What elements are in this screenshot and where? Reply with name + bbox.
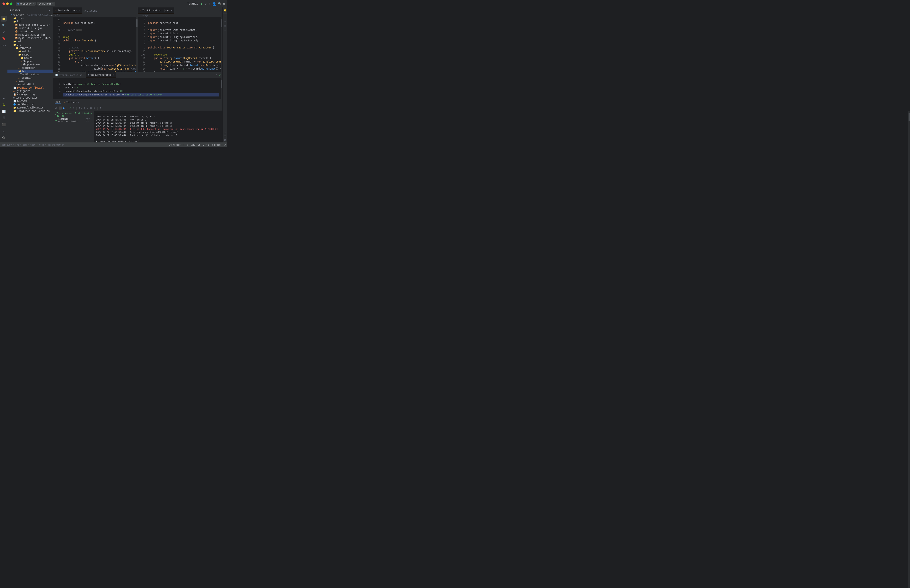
run-tree-testmain[interactable]: ▾✓ TestMain (com.test.test) 407 ms	[54, 117, 94, 123]
tree-item-test-folder[interactable]: ▾ 📁 test	[8, 69, 53, 73]
database-icon[interactable]: 🗄	[1, 115, 6, 121]
tree-item-mapper[interactable]: ▾ 📁 mapper	[8, 53, 53, 56]
fullscreen-button[interactable]	[10, 3, 13, 5]
tree-item-entity[interactable]: ▸ 📁 entity	[8, 50, 53, 53]
collapse-all-icon[interactable]: ⊟	[93, 106, 96, 110]
minimize-button[interactable]	[6, 3, 9, 5]
more-actions[interactable]: ⋮	[208, 2, 211, 5]
test-pass-icon[interactable]: ✓	[69, 106, 71, 110]
run-tab[interactable]: Run	[55, 101, 61, 104]
branch-switcher[interactable]: ⎇ master ▾	[37, 2, 55, 6]
git-branch-status[interactable]: ⎇ master	[169, 144, 180, 146]
bottom-tab-actions[interactable]: ⋮	[213, 74, 219, 77]
tree-item-lombok[interactable]: 📦 lombok.jar	[8, 30, 53, 33]
expand-icon[interactable]: ⤢	[224, 144, 226, 146]
settings-run-icon[interactable]: ⚙	[99, 106, 102, 110]
tree-item-main[interactable]: ☕ Main	[8, 79, 53, 83]
tree-item-out[interactable]: ▸ 📁 out	[8, 40, 53, 43]
tree-item-shopper[interactable]: ☕ Shopper	[8, 60, 53, 63]
project-switcher[interactable]: W WebStudy ▾	[16, 2, 36, 6]
stop-button[interactable]: ⬛	[58, 106, 62, 110]
test-fail-icon[interactable]: ✗	[72, 106, 75, 110]
resume-button[interactable]: ▶	[63, 106, 65, 110]
problems-sidebar-icon[interactable]: ⚠	[223, 19, 227, 23]
sidebar-toggle[interactable]: ☰	[1, 9, 6, 15]
tree-item-mylogger[interactable]: 📋 myLogger.log	[8, 93, 53, 96]
down-nav-icon[interactable]: ▼	[223, 134, 227, 138]
tree-item-lib[interactable]: ▾ 📁 lib	[8, 20, 53, 23]
left-code-content[interactable]: package com.test.test; ▸ import ... @Log…	[62, 17, 136, 72]
debug-button[interactable]: ⚙	[205, 2, 206, 5]
problems-icon[interactable]: ⚠	[1, 128, 6, 134]
tree-item-comtest[interactable]: ▾ 📁 com.test	[8, 46, 53, 50]
tree-item-webstudy[interactable]: ▾ W WebStudy ~/Desktop/CS/JavaEE/1_JavaW…	[8, 13, 53, 16]
structure-icon[interactable]: ≡	[223, 28, 227, 32]
profiler-icon[interactable]: 📊	[1, 108, 6, 114]
settings-icon[interactable]: ⚙	[223, 2, 225, 5]
trash-icon[interactable]: 🗑	[223, 138, 227, 142]
tree-item-webstudy-iml[interactable]: 🔷 WebStudy.iml	[8, 103, 53, 106]
bottom-scrollbar[interactable]	[221, 78, 222, 99]
tab-close-testmain[interactable]: ✕	[79, 9, 80, 11]
line-col-display[interactable]: 15:2	[191, 144, 196, 146]
plugins-icon[interactable]: 🔌	[1, 135, 6, 141]
right-tab-actions[interactable]: ⋮	[194, 9, 200, 12]
project-view-icon[interactable]: 📁	[1, 16, 6, 21]
tree-item-hamcrest[interactable]: 📦 hamcrest-core-1.1.jar	[8, 23, 53, 26]
tree-item-testformatter[interactable]: ☕ TestFormatter	[8, 73, 53, 76]
bottom-code-content[interactable]: handlers= java.util.logging.ConsoleHandl…	[62, 78, 221, 99]
tree-item-mybatis-jar[interactable]: 📦 mybatis-3.5.13.jar	[8, 33, 53, 36]
terminal-icon[interactable]: ⬛	[1, 122, 6, 128]
tree-item-testprop[interactable]: ⚙ test.properties	[8, 96, 53, 99]
left-tab-actions[interactable]: ⋮	[132, 9, 138, 12]
right-code-content[interactable]: package com.test.test; import java.text.…	[147, 17, 221, 72]
search-icon[interactable]: 🔍	[218, 2, 221, 5]
tree-item-mysql-jar[interactable]: 📦 mysql-connector-j-8.2.0.jar	[8, 36, 53, 40]
tab-mybatis-xml[interactable]: 📄 mybatis-config.xml	[53, 72, 86, 78]
tree-item-idea[interactable]: ▸ 📁 .idea	[8, 16, 53, 20]
tab-close-testformatter[interactable]: ✕	[171, 9, 172, 11]
prev-fail-icon[interactable]: ↑	[83, 106, 86, 110]
indent-display[interactable]: 4 spaces	[212, 144, 221, 146]
git-icon[interactable]: ⎇	[223, 15, 227, 18]
expand-all-icon[interactable]: ⊞	[90, 106, 92, 110]
tree-item-src[interactable]: ▾ 📁 src	[8, 43, 53, 46]
tab-student[interactable]: ⊞ student	[82, 8, 99, 14]
tree-item-gitignore[interactable]: ⊖ .gitignore	[8, 89, 53, 93]
close-button[interactable]	[3, 3, 5, 5]
tab-test-properties[interactable]: ⚙ test.properties ✕	[86, 72, 116, 78]
checkmark-icon[interactable]: ✓	[219, 9, 221, 12]
tree-item-proxy[interactable]: ▾ 📁 proxy	[8, 56, 53, 60]
left-scrollbar[interactable]	[136, 17, 138, 72]
search-view-icon[interactable]: 🔍	[1, 23, 6, 28]
account-icon[interactable]: 👤	[212, 2, 217, 6]
tab-testformatter-java[interactable]: ☕ TestFormatter.java ✕	[138, 8, 175, 14]
left-editor-actions[interactable]: ⋮	[134, 14, 136, 16]
bookmarks-icon[interactable]: 🔖	[1, 36, 6, 41]
run-button[interactable]: ▶	[201, 2, 203, 6]
tree-item-mybatisutil[interactable]: ☕ MybatisUtil	[8, 83, 53, 86]
debug-icon[interactable]: 🐛	[1, 102, 6, 108]
sort-alpha-icon[interactable]: A↓	[79, 106, 82, 110]
run-icon[interactable]: ▶	[1, 95, 6, 101]
tree-item-junit[interactable]: 📦 junit-4.13.2.jar	[8, 26, 53, 30]
tree-item-shopperproxy[interactable]: ☕ ShopperProxy	[8, 63, 53, 66]
run-tab-close[interactable]: ✕	[78, 101, 79, 103]
todo-icon[interactable]: ☑	[223, 24, 227, 27]
vcs-icon[interactable]: ⎇	[1, 29, 6, 35]
notifications-icon[interactable]: 🔔	[223, 8, 227, 12]
encoding-display[interactable]: UTF-8	[203, 144, 209, 146]
up-nav-icon[interactable]: ▲	[223, 131, 227, 134]
tree-item-mybatis-xml[interactable]: 📄 mybatis-config.xml	[8, 86, 53, 89]
sidebar-toggle-btn[interactable]: ▾	[49, 9, 50, 12]
inspection-icon[interactable]: ✓	[183, 144, 184, 146]
right-scrollbar[interactable]	[221, 17, 222, 72]
tree-item-textxml[interactable]: 📄 text.xml	[8, 99, 53, 103]
rerun-button[interactable]: ↺	[55, 106, 57, 110]
lang-icon[interactable]: W	[187, 144, 188, 146]
tree-item-testmain[interactable]: ☕ TestMain	[8, 76, 53, 79]
more-tools-icon[interactable]: •••	[1, 42, 6, 48]
line-ending-display[interactable]: LF	[198, 144, 200, 146]
next-fail-icon[interactable]: ↓	[87, 106, 89, 110]
tab-testmain-java[interactable]: ☕ TestMain.java ✕	[53, 8, 82, 14]
